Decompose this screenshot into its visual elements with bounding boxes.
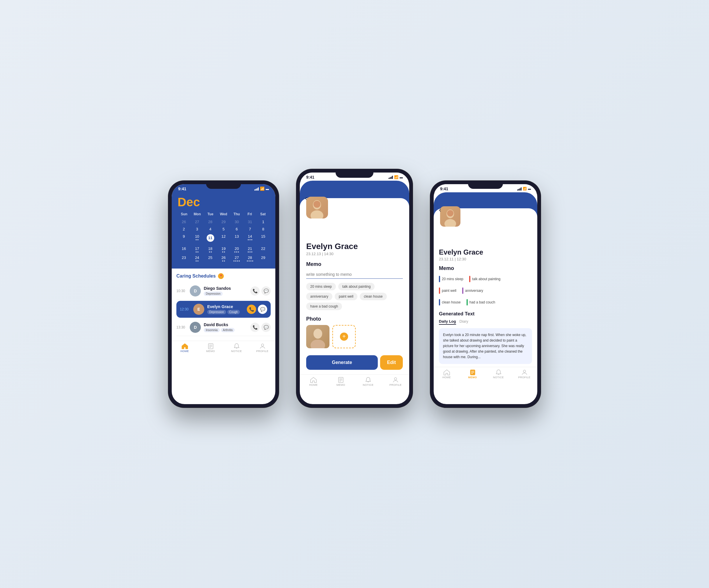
cal-cell[interactable]: 15 [257,233,269,245]
cal-cell[interactable]: 7 [244,226,256,233]
schedule-item-3[interactable]: 13:30 D David Bucks Insomnia Arthritis 📞… [176,319,271,336]
nav-profile-r[interactable]: PROFILE [511,370,537,379]
tab-diary[interactable]: Diary [459,319,468,325]
cal-cell[interactable]: 8 [257,226,269,233]
cal-cell[interactable]: 30 [231,218,243,225]
cal-cell[interactable]: 9 [178,233,190,245]
wifi-icon: 📶 [260,187,265,191]
nav-notice-c[interactable]: NOTICE [354,377,382,386]
schedule-tags-1: Depression [204,292,247,296]
nav-profile[interactable]: PROFILE [250,343,275,353]
generated-text: Evelyn took a 20 minute nap first. When … [443,333,526,359]
memo-chips-right-3: clean house had a bad couch [439,298,532,307]
photo-add-button[interactable]: + [332,325,356,348]
nav-memo[interactable]: MEMO [198,343,224,353]
chip-bad-cough[interactable]: have a bad cough [306,302,342,310]
action-icons-1: 📞 💬 [250,286,271,296]
tag-depression: Depression [204,292,222,296]
chip-clean-house[interactable]: clean house [360,293,387,300]
nav-profile-c[interactable]: PROFILE [382,377,409,386]
cal-cell[interactable]: 16 [178,245,190,254]
memo-input[interactable] [306,270,403,279]
generate-button[interactable]: Generate [306,355,378,370]
cal-cell[interactable]: 1 [257,218,269,225]
nav-memo-c[interactable]: MEMO [327,377,354,386]
cal-cell[interactable]: 4 [204,226,216,233]
month-title: Dec [178,195,269,209]
svg-point-16 [444,219,456,226]
cal-cell[interactable]: 2 [178,226,190,233]
calendar-grid[interactable]: Sun Mon Tue Wed Thu Fri Sat 26 27 28 29 [178,212,269,263]
cal-day-mon: Mon [191,212,204,216]
signal-icon [254,187,259,191]
avatar-evelyn-center [306,197,328,218]
notice-icon [233,343,240,349]
cal-cell[interactable]: 13 [231,233,243,245]
edit-button[interactable]: Edit [380,355,403,370]
schedule-info-2: Evelyn Grace Depression Cough [207,304,244,314]
cal-cell-14[interactable]: 14 [244,233,256,245]
cal-cell[interactable]: 20 [231,245,243,254]
cal-cell[interactable]: 18 [204,245,216,254]
call-button-1[interactable]: 📞 [250,286,260,296]
chip-paint-well[interactable]: paint well [335,293,358,300]
cal-cell[interactable]: 27 [231,254,243,263]
cal-cell[interactable]: 21 [244,245,256,254]
cal-day-thu: Thu [230,212,243,216]
cal-cell[interactable]: 27 [191,218,203,225]
back-button-center[interactable]: ‹ [305,195,307,202]
calendar-header: Dec Sun Mon Tue Wed Thu Fri Sat 26 27 [172,192,275,269]
cal-cell[interactable]: 5 [217,226,230,233]
nav-home[interactable]: HOME [172,343,198,353]
nav-notice-label: NOTICE [231,350,242,353]
schedule-item-1[interactable]: 10:30 D Diego Sandos Depression 📞 💬 [176,283,271,300]
nav-notice-label-r: NOTICE [493,376,504,379]
cal-cell[interactable]: 31 [244,218,256,225]
schedule-item-2[interactable]: 12:30 E Evelyn Grace Depression Cough 📞 … [176,301,271,318]
calendar-body: 26 27 28 29 30 31 1 2 3 4 5 6 7 [178,218,269,263]
cal-cell[interactable]: 29 [217,218,230,225]
tab-daily-log[interactable]: Daily Log [439,319,456,325]
cal-cell[interactable]: 3 [191,226,203,233]
hero-area-center: ‹ [300,181,409,227]
memo-chip-anniversary: anniversary [462,286,487,295]
cal-cell[interactable]: 25 [204,254,216,263]
nav-home-c[interactable]: HOME [300,377,327,386]
back-button-right[interactable]: ‹ [439,206,441,214]
cal-cell-today[interactable]: 11 [204,233,216,245]
cal-cell[interactable]: 17 [191,245,203,254]
message-button-2[interactable]: 💬 [258,304,267,314]
message-button-3[interactable]: 💬 [261,323,271,332]
nav-notice-r[interactable]: NOTICE [485,370,511,379]
cal-cell[interactable]: 26 [178,218,190,225]
cal-cell[interactable]: 22 [257,245,269,254]
memo-create-content: Evelyn Grace 23.12.13 | 14:30 Memo 20 mi… [300,242,409,374]
memo-chip-paintwell: paint well [439,286,460,295]
cal-cell-10[interactable]: 10 [191,233,203,245]
cal-cell[interactable]: 19 [217,245,230,254]
svg-point-4 [261,344,264,346]
cal-cell[interactable]: 12 [217,233,230,245]
cal-cell[interactable]: 24 [191,254,203,263]
nav-memo-r[interactable]: MEMO [459,370,485,379]
cal-cell[interactable]: 6 [231,226,243,233]
call-button-2[interactable]: 📞 [247,304,256,314]
phone-inner-right: 9:41 📶 ▬ ‹ [434,184,537,404]
chip-20mins[interactable]: 20 mins sleep [306,283,336,290]
cal-cell[interactable]: 23 [178,254,190,263]
cal-cell[interactable]: 26 [217,254,230,263]
location-icon: 📍 [218,273,224,279]
cal-cell[interactable]: 28 [244,254,256,263]
cal-cell[interactable]: 28 [204,218,216,225]
memo-icon [207,343,214,349]
chip-anniversary[interactable]: anniversary [306,293,332,300]
message-button-1[interactable]: 💬 [261,286,271,296]
cal-cell[interactable]: 29 [257,254,269,263]
memo-section-center: Memo 20 mins sleep talk about painting a… [306,261,403,310]
person-name-center: Evelyn Grace [306,242,403,251]
profile-icon [259,343,266,349]
nav-home-r[interactable]: HOME [434,370,459,379]
call-button-3[interactable]: 📞 [250,323,260,332]
nav-notice[interactable]: NOTICE [224,343,250,353]
chip-talk-painting[interactable]: talk about painting [338,283,374,290]
